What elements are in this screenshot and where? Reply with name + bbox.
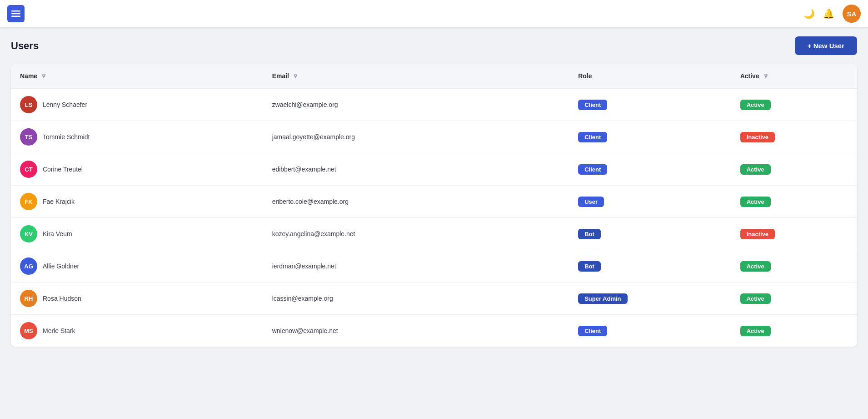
menu-button[interactable] [7,5,25,22]
email-cell: wnienow@example.net [263,315,569,347]
status-badge: Active [740,164,771,175]
role-badge: Bot [578,229,601,239]
active-filter-icon[interactable]: ⛛ [763,73,769,80]
role-cell: Client [569,153,731,186]
page-content: Users + New User Name ⛛ Email ⛛ [0,27,868,356]
user-name: Lenny Schaefer [43,101,87,108]
name-cell: TS Tommie Schmidt [11,121,263,153]
status-badge: Inactive [740,229,775,239]
email-cell: jamaal.goyette@example.org [263,121,569,153]
col-header-role: Role [569,64,731,88]
table-row[interactable]: AG Allie Goldner ierdman@example.netBotA… [11,250,857,283]
name-cell: MS Merle Stark [11,315,263,347]
table-row[interactable]: MS Merle Stark wnienow@example.netClient… [11,315,857,347]
user-name: Kira Veum [43,230,72,237]
status-badge: Active [740,326,771,336]
user-avatar: CT [20,161,37,178]
table-row[interactable]: TS Tommie Schmidt jamaal.goyette@example… [11,121,857,153]
email-cell: eriberto.cole@example.org [263,186,569,218]
table-row[interactable]: LS Lenny Schaefer zwaelchi@example.orgCl… [11,88,857,121]
name-cell: RH Rosa Hudson [11,283,263,315]
active-cell: Active [731,186,857,218]
name-filter-icon[interactable]: ⛛ [41,73,47,80]
navbar-right: 🌙 🔔 SA [803,5,861,23]
active-cell: Active [731,283,857,315]
user-avatar: MS [20,322,37,339]
status-badge: Inactive [740,132,775,142]
table-row[interactable]: RH Rosa Hudson lcassin@example.orgSuper … [11,283,857,315]
active-cell: Inactive [731,218,857,250]
role-cell: Client [569,121,731,153]
role-cell: Client [569,88,731,121]
role-cell: User [569,186,731,218]
user-avatar: KV [20,225,37,242]
users-table-container: Name ⛛ Email ⛛ Role [11,64,857,347]
user-name: Allie Goldner [43,263,79,270]
user-name: Rosa Hudson [43,295,81,302]
role-badge: Client [578,326,607,336]
role-cell: Client [569,315,731,347]
user-name: Corine Treutel [43,166,83,173]
role-badge: Bot [578,261,601,272]
role-cell: Bot [569,250,731,283]
active-cell: Active [731,315,857,347]
new-user-button[interactable]: + New User [795,36,857,55]
status-badge: Active [740,261,771,272]
col-header-active: Active ⛛ [731,64,857,88]
users-table: Name ⛛ Email ⛛ Role [11,64,857,347]
page-header: Users + New User [11,36,857,55]
user-name: Merle Stark [43,327,75,334]
svg-rect-0 [11,10,20,12]
table-row[interactable]: CT Corine Treutel edibbert@example.netCl… [11,153,857,186]
role-cell: Super Admin [569,283,731,315]
role-badge: Super Admin [578,293,627,304]
active-cell: Active [731,88,857,121]
active-cell: Inactive [731,121,857,153]
table-body: LS Lenny Schaefer zwaelchi@example.orgCl… [11,88,857,347]
name-cell: KV Kira Veum [11,218,263,250]
page-title: Users [11,40,39,52]
email-filter-icon[interactable]: ⛛ [293,73,299,80]
user-avatar-button[interactable]: SA [843,5,861,23]
email-cell: zwaelchi@example.org [263,88,569,121]
user-avatar: LS [20,96,37,113]
email-cell: lcassin@example.org [263,283,569,315]
col-header-name: Name ⛛ [11,64,263,88]
active-cell: Active [731,250,857,283]
svg-rect-1 [11,13,20,15]
navbar-left [7,5,25,22]
user-avatar: RH [20,290,37,307]
status-badge: Active [740,100,771,110]
user-name: Tommie Schmidt [43,133,90,141]
active-cell: Active [731,153,857,186]
user-name: Fae Krajcik [43,198,75,205]
name-cell: AG Allie Goldner [11,250,263,283]
col-header-email: Email ⛛ [263,64,569,88]
role-badge: User [578,197,604,207]
table-row[interactable]: FK Fae Krajcik eriberto.cole@example.org… [11,186,857,218]
bell-icon[interactable]: 🔔 [823,8,834,19]
header-row: Name ⛛ Email ⛛ Role [11,64,857,88]
name-cell: LS Lenny Schaefer [11,88,263,121]
email-cell: ierdman@example.net [263,250,569,283]
name-cell: CT Corine Treutel [11,153,263,186]
email-cell: kozey.angelina@example.net [263,218,569,250]
name-cell: FK Fae Krajcik [11,186,263,218]
role-badge: Client [578,164,607,175]
user-avatar: FK [20,193,37,210]
email-cell: edibbert@example.net [263,153,569,186]
table-row[interactable]: KV Kira Veum kozey.angelina@example.netB… [11,218,857,250]
status-badge: Active [740,197,771,207]
hamburger-icon [11,9,20,18]
user-avatar: TS [20,128,37,146]
role-badge: Client [578,132,607,142]
navbar: 🌙 🔔 SA [0,0,868,27]
status-badge: Active [740,293,771,304]
role-badge: Client [578,100,607,110]
moon-icon[interactable]: 🌙 [803,8,815,19]
user-avatar: AG [20,257,37,275]
role-cell: Bot [569,218,731,250]
svg-rect-2 [11,16,20,17]
table-header: Name ⛛ Email ⛛ Role [11,64,857,88]
